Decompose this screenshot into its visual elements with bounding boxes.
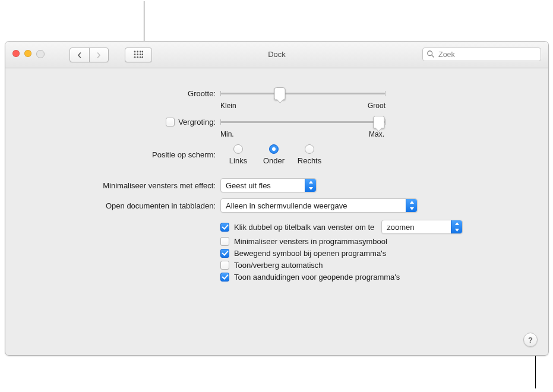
search-field-wrapper <box>422 48 541 61</box>
minimize-into-label: Minimaliseer vensters in programmasymboo… <box>234 237 387 246</box>
help-button[interactable]: ? <box>523 333 538 347</box>
position-option-rechts: Rechts <box>292 144 327 165</box>
slider-track <box>220 121 385 123</box>
position-radio-onder[interactable] <box>269 144 279 154</box>
popup-stepper-icon <box>305 179 316 192</box>
indicators-label: Toon aanduidingen voor geopende programm… <box>234 273 400 282</box>
window-toolbar: Dock <box>5 42 548 68</box>
slider-tick <box>220 119 221 125</box>
open-docs-value: Alleen in schermvullende weergave <box>226 201 347 210</box>
magnification-max-label: Max. <box>369 130 384 138</box>
size-slider[interactable] <box>220 87 385 99</box>
magnification-row: Vergroting: Min. Max. <box>18 116 535 128</box>
indicators-checkbox[interactable] <box>220 273 229 282</box>
position-radio-label: Onder <box>263 156 285 165</box>
help-icon: ? <box>528 336 533 344</box>
slider-thumb[interactable] <box>274 87 286 100</box>
animate-open-checkbox[interactable] <box>220 249 229 258</box>
autohide-row: Toon/verberg automatisch <box>220 261 535 270</box>
open-docs-label: Open documenten in tabbladen: <box>106 201 216 210</box>
minimize-effect-value: Geest uit fles <box>226 181 271 190</box>
position-label: Positie op scherm: <box>152 150 216 159</box>
double-click-label: Klik dubbel op titelbalk van venster om … <box>234 223 374 232</box>
size-row: Grootte: Klein Groot <box>18 87 535 99</box>
minimize-into-row: Minimaliseer vensters in programmasymboo… <box>220 237 535 246</box>
minimize-effect-label: Minimaliseer vensters met effect: <box>103 181 216 190</box>
popup-stepper-icon <box>406 199 417 212</box>
minimize-into-checkbox[interactable] <box>220 237 229 246</box>
open-docs-row: Open documenten in tabbladen: Alleen in … <box>18 198 535 213</box>
autohide-checkbox[interactable] <box>220 261 229 270</box>
position-radio-links[interactable] <box>233 144 243 154</box>
slider-track <box>220 93 385 94</box>
animate-open-row: Bewegend symbool bij openen programma's <box>220 249 535 258</box>
indicators-row: Toon aanduidingen voor geopende programm… <box>220 273 535 282</box>
minimize-effect-popup[interactable]: Geest uit fles <box>220 178 317 192</box>
preferences-window: Dock Grootte: Klein Groot <box>5 41 549 356</box>
magnification-label: Vergroting: <box>178 118 216 127</box>
position-radio-label: Links <box>229 156 247 165</box>
slider-thumb[interactable] <box>373 116 384 129</box>
position-radio-rechts[interactable] <box>305 144 314 154</box>
search-input[interactable] <box>422 48 541 61</box>
search-icon <box>426 50 435 58</box>
svg-line-14 <box>432 55 434 58</box>
double-click-row: Klik dubbel op titelbalk van venster om … <box>220 220 535 234</box>
position-row: Positie op scherm: Links Onder Rechts <box>18 144 535 165</box>
magnification-slider[interactable] <box>220 116 385 128</box>
open-docs-popup[interactable]: Alleen in schermvullende weergave <box>220 198 418 213</box>
minimize-effect-row: Minimaliseer vensters met effect: Geest … <box>18 178 535 192</box>
annotation-leader-bottom <box>535 354 536 388</box>
animate-open-label: Bewegend symbool bij openen programma's <box>234 249 386 258</box>
size-max-label: Groot <box>368 102 385 110</box>
double-click-action-value: zoomen <box>387 223 414 232</box>
preferences-body: Grootte: Klein Groot Vergroting: <box>5 68 548 282</box>
slider-tick <box>385 91 385 96</box>
magnification-min-label: Min. <box>220 130 234 138</box>
size-label: Grootte: <box>188 89 216 98</box>
position-option-onder: Onder <box>256 144 292 165</box>
slider-tick <box>220 91 221 96</box>
double-click-checkbox[interactable] <box>220 223 229 232</box>
position-radio-label: Rechts <box>298 156 321 165</box>
slider-tick <box>385 119 385 125</box>
autohide-label: Toon/verberg automatisch <box>234 261 323 270</box>
size-min-label: Klein <box>220 102 236 110</box>
popup-stepper-icon <box>451 220 462 233</box>
annotation-leader-top <box>144 1 144 42</box>
magnification-checkbox[interactable] <box>166 118 175 127</box>
position-option-links: Links <box>220 144 256 165</box>
double-click-action-popup[interactable]: zoomen <box>381 220 463 234</box>
